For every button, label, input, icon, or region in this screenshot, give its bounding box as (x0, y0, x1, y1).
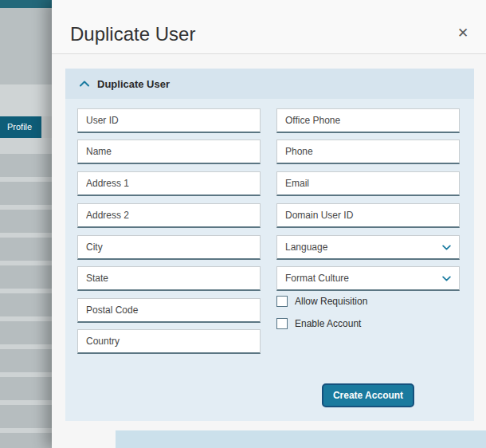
enable-account-row: Enable Account (276, 318, 361, 329)
close-icon[interactable]: ✕ (454, 25, 472, 42)
format-culture-dropdown-value: Format Culture (285, 273, 349, 284)
state-input[interactable] (77, 266, 261, 291)
postal-code-input[interactable] (77, 298, 261, 323)
enable-account-checkbox[interactable] (276, 318, 288, 329)
allow-requisition-row: Allow Requisition (276, 296, 367, 307)
screen: Profile Duplicate User ✕ Duplicate User (0, 0, 486, 448)
language-dropdown[interactable]: Language (276, 235, 460, 260)
create-account-button[interactable]: Create Account (322, 383, 414, 407)
city-input[interactable] (77, 235, 261, 260)
background-panel-light (0, 84, 52, 116)
chevron-down-icon (442, 276, 451, 281)
chevron-down-icon (442, 245, 451, 250)
enable-account-label: Enable Account (295, 318, 361, 329)
background-page: Profile (0, 0, 52, 448)
allow-requisition-checkbox[interactable] (276, 296, 288, 307)
country-input[interactable] (77, 329, 261, 354)
modal-title: Duplicate User (70, 23, 195, 45)
domain-user-id-input[interactable] (276, 203, 460, 228)
address-2-input[interactable] (77, 203, 261, 228)
tab-profile[interactable]: Profile (0, 116, 41, 138)
chevron-up-icon (80, 81, 89, 87)
language-dropdown-value: Language (285, 242, 327, 253)
phone-input[interactable] (276, 140, 460, 164)
format-culture-dropdown[interactable]: Format Culture (276, 266, 460, 291)
background-header-bar (0, 0, 52, 8)
modal-header: Duplicate User ✕ (52, 0, 486, 54)
duplicate-user-section: Duplicate User Language (65, 69, 474, 421)
name-input[interactable] (77, 140, 261, 164)
email-input[interactable] (276, 171, 460, 196)
next-section-edge (116, 430, 486, 448)
background-gap (0, 138, 52, 154)
section-title: Duplicate User (97, 78, 170, 90)
duplicate-user-modal: Duplicate User ✕ Duplicate User (52, 0, 486, 448)
allow-requisition-label: Allow Requisition (295, 296, 367, 307)
user-id-input[interactable] (77, 108, 261, 133)
section-header-toggle[interactable]: Duplicate User (65, 69, 474, 99)
address-1-input[interactable] (77, 171, 261, 196)
office-phone-input[interactable] (276, 108, 460, 133)
background-list-rows (0, 154, 52, 448)
background-panel (0, 8, 52, 84)
